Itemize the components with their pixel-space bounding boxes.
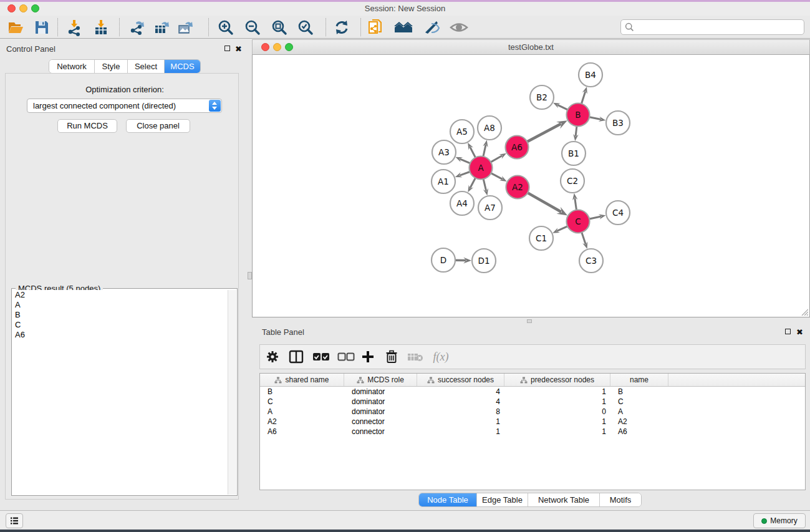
mcds-result-item[interactable]: A2	[12, 290, 228, 300]
table-row[interactable]: Cdominator41C	[260, 397, 805, 407]
memory-button[interactable]: Memory	[753, 513, 806, 528]
graph-node-B2[interactable]: B2	[530, 85, 554, 109]
column-header-successor-nodes[interactable]: successor nodes	[417, 374, 504, 386]
mcds-result-item[interactable]: A	[12, 300, 228, 310]
show-details-button[interactable]	[448, 17, 470, 37]
resize-grip-icon[interactable]	[801, 309, 808, 316]
zoom-fit-button[interactable]	[269, 17, 290, 37]
edge-A-A3[interactable]	[460, 159, 471, 163]
graph-node-A8[interactable]: A8	[478, 116, 501, 140]
edge-B-B1[interactable]	[576, 125, 577, 136]
edge-C-C4[interactable]	[589, 216, 601, 219]
mcds-result-scrollbar[interactable]	[228, 290, 236, 495]
import-table-button[interactable]	[90, 17, 112, 37]
zoom-window-button[interactable]	[31, 4, 39, 12]
tab-network-table[interactable]: Network Table	[528, 493, 600, 506]
table-row[interactable]: A6connector11A6	[260, 427, 805, 437]
graph-node-C4[interactable]: C4	[606, 201, 630, 225]
criterion-dropdown[interactable]: largest connected component (directed)	[27, 99, 222, 113]
network-zoom-button[interactable]	[285, 43, 293, 51]
graph-node-A6[interactable]: A6	[506, 136, 529, 159]
graph-node-C2[interactable]: C2	[561, 169, 584, 193]
network-minimize-button[interactable]	[273, 43, 281, 51]
open-session-button[interactable]	[5, 17, 26, 37]
save-session-button[interactable]	[31, 17, 52, 37]
tab-edge-table[interactable]: Edge Table	[477, 493, 528, 506]
edge-A6-B[interactable]	[526, 124, 561, 142]
close-window-button[interactable]	[7, 4, 16, 12]
column-header-shared-name[interactable]: shared name	[260, 374, 344, 386]
table-splitter-handle[interactable]	[527, 319, 532, 323]
graph-node-B3[interactable]: B3	[606, 111, 630, 135]
graph-node-C1[interactable]: C1	[529, 226, 553, 250]
tab-motifs[interactable]: Motifs	[600, 493, 641, 506]
edge-A-A4[interactable]	[470, 177, 476, 188]
graph-node-A4[interactable]: A4	[450, 191, 474, 215]
import-network-button[interactable]	[64, 17, 85, 37]
zoom-in-button[interactable]	[215, 17, 236, 37]
panel-splitter-handle[interactable]	[248, 272, 252, 279]
graph-node-C[interactable]: C	[567, 210, 590, 233]
run-mcds-button[interactable]: Run MCDS	[57, 119, 117, 133]
table-row[interactable]: Bdominator41B	[260, 387, 805, 397]
close-panel-button[interactable]: Close panel	[126, 119, 190, 133]
graph-node-C3[interactable]: C3	[579, 249, 603, 273]
table-panel-float-icon[interactable]	[785, 329, 791, 334]
column-header-name[interactable]: name	[610, 374, 668, 386]
edge-C-C2[interactable]	[575, 198, 577, 210]
export-table-button[interactable]	[151, 17, 172, 37]
mcds-result-item[interactable]: B	[12, 310, 228, 320]
network-canvas[interactable]: B4B2BB3A8A5A6A3B1AA1C2A2A4A7C4CC1C3DD1	[252, 55, 810, 317]
edge-B-B2[interactable]	[557, 105, 568, 110]
edge-C-C1[interactable]	[557, 226, 568, 231]
graph-node-B1[interactable]: B1	[562, 142, 586, 165]
delete-column-button[interactable]	[380, 345, 403, 369]
show-all-networks-button[interactable]	[393, 17, 414, 37]
graph-node-A7[interactable]: A7	[478, 196, 502, 220]
graph-node-A3[interactable]: A3	[432, 140, 456, 164]
hide-details-button[interactable]	[422, 17, 443, 37]
edge-A-A2[interactable]	[490, 173, 502, 179]
tab-style[interactable]: Style	[95, 60, 128, 73]
edge-A-A7[interactable]	[483, 178, 486, 191]
control-panel-close-icon[interactable]: ✖	[235, 46, 242, 52]
table-row[interactable]: A2connector11A2	[260, 417, 805, 427]
graph-node-D1[interactable]: D1	[472, 249, 496, 273]
apply-layout-button[interactable]	[331, 17, 352, 37]
edge-A-A6[interactable]	[490, 155, 502, 162]
mcds-result-item[interactable]: A6	[12, 330, 228, 340]
graph-node-A1[interactable]: A1	[432, 170, 455, 193]
graph-node-D[interactable]: D	[432, 248, 455, 272]
edge-B-B4[interactable]	[581, 91, 586, 104]
edge-C-C3[interactable]	[582, 232, 586, 244]
edge-A-A5[interactable]	[470, 147, 476, 158]
table-row[interactable]: Adominator80A	[260, 407, 805, 417]
graph-node-A5[interactable]: A5	[450, 120, 474, 143]
zoom-selected-button[interactable]	[295, 17, 316, 37]
tab-select[interactable]: Select	[128, 60, 165, 73]
graph-node-A[interactable]: A	[470, 157, 493, 180]
search-input[interactable]	[620, 19, 804, 35]
table-settings-button[interactable]	[261, 345, 284, 369]
control-panel-float-icon[interactable]	[224, 46, 230, 51]
minimize-window-button[interactable]	[19, 4, 27, 12]
export-network-button[interactable]	[127, 17, 148, 37]
zoom-out-button[interactable]	[242, 17, 263, 37]
column-header-MCDS-role[interactable]: MCDS role	[344, 374, 417, 386]
tab-network[interactable]: Network	[49, 60, 95, 73]
edge-B-B3[interactable]	[589, 117, 601, 119]
column-header-predecessor-nodes[interactable]: predecessor nodes	[504, 374, 610, 386]
mcds-result-item[interactable]: C	[12, 320, 228, 330]
table-panel-close-icon[interactable]: ✖	[796, 329, 803, 336]
tab-node-table[interactable]: Node Table	[419, 493, 477, 506]
task-history-button[interactable]	[6, 513, 23, 528]
add-column-button[interactable]	[357, 345, 379, 369]
column-layout-button[interactable]	[285, 345, 307, 369]
export-image-button[interactable]	[175, 17, 196, 37]
edge-A2-C[interactable]	[527, 193, 561, 212]
tab-mcds[interactable]: MCDS	[165, 60, 200, 73]
graph-node-B[interactable]: B	[567, 104, 590, 127]
graph-node-A2[interactable]: A2	[506, 176, 529, 199]
network-from-file-button[interactable]	[365, 17, 387, 37]
edge-A-A1[interactable]	[460, 172, 471, 175]
